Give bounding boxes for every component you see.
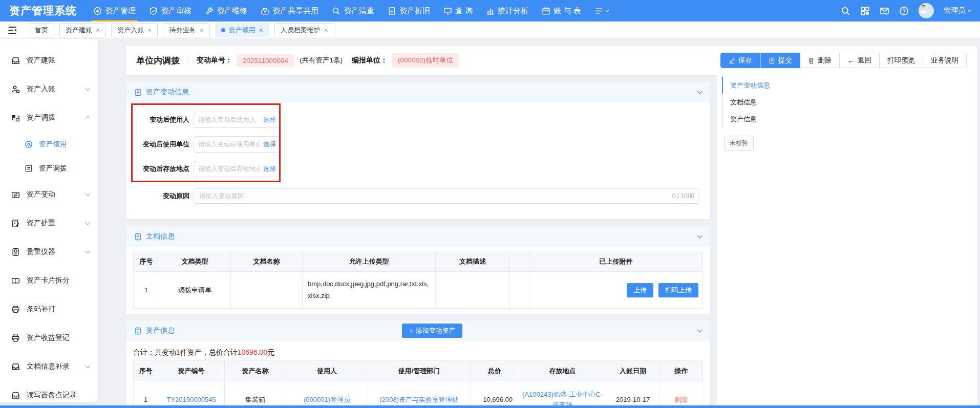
chevron-down-icon[interactable]	[697, 328, 702, 333]
col-header-uploaded: 已上传附件	[529, 251, 703, 272]
chevron-down-icon[interactable]	[697, 89, 702, 94]
nav-asset-sharing[interactable]: 资产共享共用	[261, 0, 318, 22]
asset-inventory-icon	[332, 7, 340, 15]
main-content: 单位内调拨 变动单号： 202511000004 (共有资产1条) 编报单位： …	[98, 39, 980, 408]
apps-grid-icon[interactable]	[860, 6, 870, 16]
help-icon[interactable]	[899, 6, 909, 16]
submit-button[interactable]: 提交	[760, 53, 800, 68]
nav-query[interactable]: 查 询	[443, 0, 473, 22]
avatar[interactable]	[919, 3, 934, 18]
document-info-section-header[interactable]: 文档信息	[126, 226, 710, 247]
sidebar-item-label: 贵重仪器	[27, 247, 55, 256]
submit-label: 提交	[778, 56, 792, 65]
change-info-section-header[interactable]: 资产变动信息	[126, 82, 710, 102]
asset-count-note: (共有资产1条)	[300, 56, 343, 65]
sidebar-subitem-asset-requisition[interactable]: 资产领用	[0, 132, 98, 156]
sidebar-item-asset-income[interactable]: 资产收益登记	[0, 324, 98, 352]
change-reason-input[interactable]	[194, 188, 699, 204]
mail-icon[interactable]	[880, 6, 889, 16]
close-icon[interactable]: ×	[259, 27, 263, 34]
trash-icon	[808, 57, 815, 64]
tray-icon	[11, 56, 20, 65]
person-card-icon	[11, 85, 20, 94]
print-preview-label: 打印预览	[887, 56, 915, 65]
anchor-change-info[interactable]: 资产变动信息	[722, 77, 977, 94]
close-icon[interactable]: ×	[324, 27, 328, 34]
print-preview-button[interactable]: 打印预览	[880, 53, 923, 68]
nav-asset-depreciation[interactable]: 资产折旧	[388, 0, 430, 22]
field-row-new-location: 变动后存放地点 选择	[134, 161, 281, 177]
field-row-change-reason: 变动原因 0 / 1000	[134, 188, 699, 204]
tab-asset-entry[interactable]: 资产入账×	[111, 23, 158, 37]
back-button[interactable]: ←返回	[840, 53, 880, 68]
add-change-asset-button[interactable]: +添加变动资产	[402, 324, 462, 338]
user-link[interactable]: (000001)管理员	[302, 395, 352, 405]
change-info-section: 资产变动信息 变动后使用人 选择 变动后使用单位 选择 变动后存放地点 选择 变…	[126, 82, 710, 219]
topbar-right-actions: 管理员	[841, 3, 971, 18]
app-logo: 资产管理系统	[9, 4, 77, 18]
new-user-select-link[interactable]: 选择	[263, 116, 276, 124]
tab-todo-business[interactable]: 待办业务×	[163, 23, 209, 37]
sidebar-collapse-icon[interactable]	[7, 25, 17, 35]
search-icon[interactable]	[841, 6, 850, 16]
nav-asset-repair[interactable]: 资产维修	[205, 0, 247, 22]
nav-label: 资产维修	[217, 6, 247, 16]
sidebar-item-asset-disposal[interactable]: 资产处置	[0, 209, 98, 238]
horizontal-scrollbar[interactable]	[0, 405, 980, 408]
sidebar-item-asset-entry[interactable]: 资产入账	[0, 75, 98, 103]
nav-label: 账 与 表	[553, 6, 581, 16]
sidebar-item-doc-supplement[interactable]: 文档信息补录	[0, 352, 98, 381]
tab-asset-create[interactable]: 资产建账×	[59, 23, 106, 37]
close-icon[interactable]: ×	[96, 27, 100, 34]
anchor-asset-info[interactable]: 资产信息	[723, 111, 977, 127]
nav-asset-inventory[interactable]: 资产清查	[332, 0, 374, 22]
printer-icon	[11, 334, 20, 342]
anchor-document-info[interactable]: 文档信息	[723, 94, 977, 111]
cell-dept: (2008)资产与实验室管理处	[368, 381, 471, 408]
business-help-button[interactable]: 业务说明	[923, 53, 967, 68]
upload-button[interactable]: 上传	[627, 283, 653, 297]
asset-info-section: 资产信息 +添加变动资产 合计：共变动1件资产，总价合计10696.00元 序号…	[126, 320, 710, 408]
open-tabs-bar: 首页 资产建账× 资产入账× 待办业务× 资产领用× 人员档案维护×	[0, 22, 980, 39]
sidebar-item-label: 资产调拨	[39, 164, 67, 173]
close-icon[interactable]: ×	[147, 27, 152, 34]
sidebar-item-card-split[interactable]: 资产卡片拆分	[0, 266, 98, 295]
close-icon[interactable]: ×	[199, 27, 203, 34]
nav-ledger[interactable]: 账 与 表	[542, 0, 581, 22]
page-action-buttons: 保存 提交 删除 ←返回 打印预览 业务说明	[720, 53, 967, 68]
tab-label: 首页	[35, 26, 48, 35]
asset-info-section-header[interactable]: 资产信息 +添加变动资产	[126, 320, 710, 341]
scan-upload-button[interactable]: 扫码上传	[658, 283, 698, 297]
nav-statistics[interactable]: 统计分析	[486, 0, 528, 22]
sidebar-subitem-asset-transfer[interactable]: 资产调拨	[0, 156, 98, 180]
sidebar-item-asset-change[interactable]: 资产变动	[0, 180, 98, 209]
chevron-down-icon[interactable]	[697, 233, 702, 239]
tab-personnel-archive[interactable]: 人员档案维护×	[274, 23, 334, 37]
section-title: 资产信息	[146, 326, 175, 335]
new-unit-select-link[interactable]: 选择	[263, 140, 276, 149]
dept-link[interactable]: (2008)资产与实验室管理处	[377, 395, 461, 405]
sidebar-item-precious-instruments[interactable]: 贵重仪器	[0, 238, 98, 266]
active-tab-dot	[221, 28, 225, 32]
sidebar-item-label: 条码补打	[27, 305, 55, 314]
order-no-label: 变动单号：	[197, 56, 232, 65]
save-button[interactable]: 保存	[720, 53, 760, 68]
report-unit-badge: (000002)临时单位	[392, 53, 459, 68]
doc-pen-icon	[11, 219, 20, 228]
sidebar-item-asset-transfer[interactable]: 资产调拨	[0, 103, 98, 132]
user-menu[interactable]: 管理员	[944, 6, 971, 15]
nav-asset-audit[interactable]: 资产审核	[149, 0, 191, 22]
sidebar-item-reader-inventory[interactable]: 读写器盘点记录	[0, 381, 98, 402]
plus-icon: +	[409, 327, 413, 335]
asset-no-link[interactable]: TY20190000545	[164, 395, 218, 405]
nav-more-menu[interactable]	[594, 0, 609, 22]
sidebar-item-asset-create[interactable]: 资产建账	[0, 46, 98, 75]
row-delete-link[interactable]: 删除	[675, 396, 688, 403]
delete-button[interactable]: 删除	[800, 53, 840, 68]
new-location-select-link[interactable]: 选择	[263, 165, 276, 174]
tab-asset-requisition[interactable]: 资产领用×	[215, 23, 269, 37]
nav-asset-management[interactable]: 资产管理	[93, 0, 136, 22]
tab-home[interactable]: 首页	[29, 23, 54, 37]
sidebar-item-barcode-reprint[interactable]: 条码补打	[0, 295, 98, 324]
sidebar-item-label: 资产变动	[27, 190, 55, 199]
